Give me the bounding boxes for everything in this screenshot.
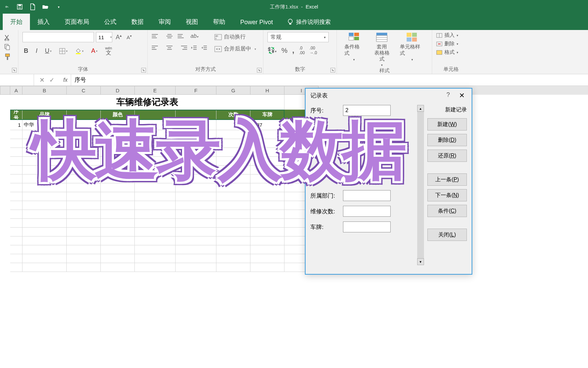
empty-cell[interactable] [216, 130, 250, 139]
number-launcher-icon[interactable]: ⬊ [330, 68, 335, 73]
tab-help[interactable]: 帮助 [206, 14, 233, 30]
font-launcher-icon[interactable]: ⬊ [141, 68, 146, 73]
delete-cells-button[interactable]: 删除 ▾ [436, 41, 466, 47]
insert-cells-button[interactable]: 插入 ▾ [436, 32, 466, 39]
empty-cell[interactable] [216, 157, 250, 166]
empty-cell[interactable] [176, 192, 216, 201]
scroll-up-icon[interactable]: ▴ [417, 105, 424, 112]
empty-cell[interactable] [250, 201, 284, 210]
empty-cell[interactable] [176, 263, 216, 272]
empty-cell[interactable] [216, 201, 250, 210]
number-format-dropdown[interactable]: 常规▾ [267, 32, 329, 42]
field-plate-input[interactable] [343, 221, 391, 232]
empty-cell[interactable] [101, 139, 135, 148]
empty-cell[interactable] [135, 130, 176, 139]
empty-cell[interactable] [101, 148, 135, 157]
empty-cell[interactable] [67, 201, 101, 210]
criteria-button[interactable]: 条件(C) [427, 205, 467, 217]
tab-formulas[interactable]: 公式 [97, 14, 124, 30]
empty-cell[interactable] [22, 192, 67, 201]
scroll-down-icon[interactable]: ▾ [417, 258, 424, 265]
new-file-icon[interactable] [29, 3, 36, 10]
empty-cell[interactable] [67, 174, 101, 183]
format-cells-button[interactable]: 格式 ▾ [436, 49, 466, 56]
fx-icon[interactable]: fx [60, 74, 71, 86]
borders-button[interactable]: ▾ [58, 47, 69, 55]
cells-area[interactable]: 车辆维修记录表序号品牌颜色次数车牌1中华2llk87 [10, 95, 318, 272]
empty-cell[interactable] [135, 210, 176, 219]
empty-cell[interactable] [10, 192, 22, 201]
align-left-icon[interactable] [152, 44, 161, 52]
empty-cell[interactable] [135, 236, 176, 245]
empty-cell[interactable] [250, 166, 284, 174]
empty-cell[interactable] [250, 174, 284, 183]
empty-cell[interactable] [67, 166, 101, 174]
alignment-launcher-icon[interactable]: ⬊ [257, 68, 262, 73]
tell-me-search[interactable]: 操作说明搜索 [280, 14, 338, 30]
empty-cell[interactable] [67, 148, 101, 157]
empty-cell[interactable] [250, 228, 284, 236]
empty-cell[interactable] [250, 192, 284, 201]
empty-cell[interactable] [176, 210, 216, 219]
empty-cell[interactable] [216, 166, 250, 174]
align-middle-icon[interactable] [165, 32, 174, 40]
field-repair-input[interactable] [343, 206, 391, 217]
empty-cell[interactable] [22, 166, 67, 174]
format-painter-icon[interactable] [4, 53, 14, 61]
field-seq-input[interactable] [343, 105, 391, 116]
empty-cell[interactable] [216, 263, 250, 272]
empty-cell[interactable] [101, 254, 135, 263]
orientation-icon[interactable]: ab▾ [191, 33, 198, 39]
empty-cell[interactable] [135, 166, 176, 174]
empty-cell[interactable] [101, 183, 135, 192]
fill-color-button[interactable]: ▾ [74, 47, 85, 55]
empty-cell[interactable] [22, 245, 67, 254]
cell-styles-button[interactable]: 单元格样式▾ [396, 32, 428, 67]
empty-cell[interactable] [10, 183, 22, 192]
tab-review[interactable]: 审阅 [151, 14, 178, 30]
empty-cell[interactable] [10, 166, 22, 174]
empty-cell[interactable] [10, 236, 22, 245]
empty-cell[interactable] [135, 263, 176, 272]
empty-cell[interactable] [250, 139, 284, 148]
empty-cell[interactable] [10, 263, 22, 272]
empty-cell[interactable] [22, 130, 67, 139]
wrap-text-button[interactable]: abc 自动换行 [214, 33, 256, 41]
empty-cell[interactable] [176, 139, 216, 148]
empty-cell[interactable] [176, 236, 216, 245]
formula-input[interactable]: 序号 [71, 76, 588, 84]
col-header-D[interactable]: D [101, 86, 135, 95]
font-name-dropdown[interactable] [22, 32, 94, 42]
empty-cell[interactable] [101, 263, 135, 272]
empty-cell[interactable] [67, 219, 101, 228]
col-header-G[interactable]: G [216, 86, 250, 95]
font-color-button[interactable]: A▾ [90, 47, 99, 55]
empty-cell[interactable] [10, 148, 22, 157]
empty-cell[interactable] [101, 201, 135, 210]
empty-cell[interactable] [216, 148, 250, 157]
empty-cell[interactable] [67, 245, 101, 254]
empty-cell[interactable] [250, 157, 284, 166]
empty-cell[interactable] [22, 201, 67, 210]
empty-cell[interactable] [67, 183, 101, 192]
empty-cell[interactable] [67, 192, 101, 201]
empty-cell[interactable] [135, 219, 176, 228]
col-header-H[interactable]: H [250, 86, 284, 95]
empty-cell[interactable] [176, 228, 216, 236]
tab-insert[interactable]: 插入 [30, 14, 57, 30]
align-right-icon[interactable] [178, 44, 187, 52]
empty-cell[interactable] [250, 210, 284, 219]
bold-button[interactable]: B [22, 47, 30, 55]
empty-cell[interactable] [10, 219, 22, 228]
empty-cell[interactable] [176, 130, 216, 139]
enter-formula-icon[interactable]: ✓ [49, 76, 54, 84]
empty-cell[interactable] [67, 157, 101, 166]
empty-cell[interactable] [135, 148, 176, 157]
empty-cell[interactable] [176, 183, 216, 192]
empty-cell[interactable] [216, 245, 250, 254]
tab-home[interactable]: 开始 [3, 14, 30, 30]
underline-button[interactable]: U▾ [44, 47, 53, 55]
empty-cell[interactable] [176, 148, 216, 157]
empty-cell[interactable] [101, 166, 135, 174]
delete-record-button[interactable]: 删除(D) [427, 134, 467, 146]
